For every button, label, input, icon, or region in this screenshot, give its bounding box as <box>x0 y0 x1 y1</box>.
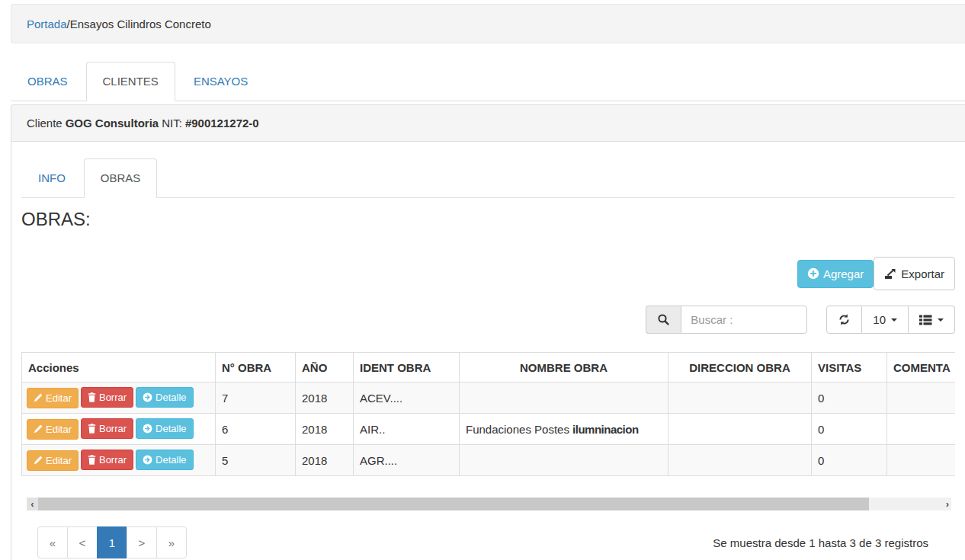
edit-button[interactable]: Editar <box>27 388 79 408</box>
breadcrumb-current: Ensayos Cilindros Concreto <box>70 18 211 30</box>
search-button[interactable] <box>646 306 681 334</box>
list-columns-icon <box>919 315 932 325</box>
export-button-label: Exportar <box>901 267 944 280</box>
cell-visitas: 0 <box>812 414 887 445</box>
chevron-down-icon <box>891 318 897 322</box>
cell-n-obra: 5 <box>216 445 296 476</box>
trash-icon <box>88 424 96 434</box>
export-button[interactable]: Exportar <box>874 257 955 290</box>
records-summary: Se muestra desde 1 hasta 3 de 3 registro… <box>713 536 928 549</box>
delete-button[interactable]: Borrar <box>81 450 133 470</box>
breadcrumb: Portada/Ensayos Cilindros Concreto <box>11 4 965 43</box>
delete-button-label: Borrar <box>99 454 127 466</box>
cell-ano: 2018 <box>296 445 354 476</box>
scrollbar-thumb[interactable] <box>38 498 869 510</box>
cell-direccion-obra <box>668 445 812 476</box>
subtab-info[interactable]: INFO <box>21 158 82 198</box>
circle-arrow-right-icon <box>143 392 152 402</box>
cell-nombre-obra: Fundaciones Postes ilumninacion <box>460 414 668 445</box>
add-button[interactable]: Agregar <box>797 260 874 288</box>
table-row: EditarBorrarDetalle 5 2018 AGR.... 0 <box>22 445 956 476</box>
pagination: « < 1 > » <box>37 526 187 558</box>
plus-circle-icon <box>807 267 819 280</box>
cell-comentarios <box>887 414 956 445</box>
client-prefix-label: Cliente <box>27 117 63 130</box>
cell-direccion-obra <box>668 414 812 445</box>
pagination-next-button[interactable]: > <box>127 526 157 558</box>
circle-arrow-right-icon <box>143 455 152 465</box>
magnifier-icon <box>657 313 670 326</box>
delete-button[interactable]: Borrar <box>81 387 133 408</box>
pencil-icon <box>34 456 43 465</box>
pagination-prev-button[interactable]: < <box>67 526 98 558</box>
toolbar-search: 10 <box>21 306 955 334</box>
cell-ano: 2018 <box>296 414 354 445</box>
pagination-last-button[interactable]: » <box>156 526 187 558</box>
horizontal-scrollbar[interactable]: ‹ › <box>27 498 951 510</box>
client-header: Cliente GOG Consultoria NIT: #900121272-… <box>11 105 965 142</box>
column-header-ident-obra: IDENT OBRA <box>354 353 460 382</box>
table-controls-group: 10 <box>826 306 955 334</box>
table-footer: « < 1 > » Se muestra desde 1 hasta 3 de … <box>37 526 955 558</box>
column-header-comentarios: COMENTA <box>887 353 956 382</box>
edit-button-label: Editar <box>46 392 72 404</box>
client-panel: Cliente GOG Consultoria NIT: #900121272-… <box>11 104 965 560</box>
export-icon <box>884 267 897 280</box>
detail-button[interactable]: Detalle <box>136 387 193 408</box>
cell-visitas: 0 <box>812 445 887 476</box>
tab-clientes[interactable]: CLIENTES <box>86 62 175 101</box>
detail-button[interactable]: Detalle <box>136 450 193 470</box>
refresh-icon <box>838 313 851 326</box>
columns-dropdown[interactable] <box>909 306 955 334</box>
cell-n-obra: 6 <box>216 414 296 445</box>
client-nit-label: NIT: <box>162 117 182 130</box>
column-header-ano: AÑO <box>296 353 354 382</box>
subtab-obras[interactable]: OBRAS <box>84 158 158 198</box>
cell-nombre-obra <box>460 382 668 414</box>
delete-button[interactable]: Borrar <box>81 418 133 439</box>
detail-button-label: Detalle <box>155 392 186 403</box>
obras-table: Acciones N° OBRA AÑO IDENT OBRA NOMBRE O… <box>21 352 955 476</box>
edit-button[interactable]: Editar <box>27 450 79 471</box>
cell-ident-obra: AIR.. <box>354 414 460 445</box>
edit-button-label: Editar <box>46 424 72 435</box>
column-header-direccion-obra: DIRECCION OBRA <box>668 353 812 382</box>
sub-tabs: INFO OBRAS <box>21 158 955 198</box>
pencil-icon <box>34 393 43 402</box>
delete-button-label: Borrar <box>99 392 127 403</box>
edit-button-label: Editar <box>46 455 72 466</box>
cell-n-obra: 7 <box>216 382 296 414</box>
detail-button[interactable]: Detalle <box>136 418 193 439</box>
client-name: GOG Consultoria <box>66 117 159 130</box>
scroll-right-arrow-icon[interactable]: › <box>946 498 949 510</box>
column-header-nombre-obra: NOMBRE OBRA <box>460 353 668 382</box>
search-group <box>646 306 807 334</box>
add-button-label: Agregar <box>823 267 864 280</box>
trash-icon <box>88 455 96 465</box>
obras-table-container: Acciones N° OBRA AÑO IDENT OBRA NOMBRE O… <box>21 352 955 476</box>
cell-ident-obra: ACEV.... <box>354 382 460 414</box>
tab-obras[interactable]: OBRAS <box>11 62 85 101</box>
cell-visitas: 0 <box>812 382 887 414</box>
pagination-page-1-button[interactable]: 1 <box>97 526 127 558</box>
pagination-first-button[interactable]: « <box>37 526 68 558</box>
circle-arrow-right-icon <box>143 424 152 434</box>
column-header-n-obra: N° OBRA <box>216 353 296 382</box>
delete-button-label: Borrar <box>99 423 127 434</box>
pencil-icon <box>34 424 43 434</box>
column-header-visitas: VISITAS <box>812 353 887 382</box>
table-row: EditarBorrarDetalle 6 2018 AIR.. Fundaci… <box>22 414 956 445</box>
cell-ano: 2018 <box>296 382 354 414</box>
table-header-row: Acciones N° OBRA AÑO IDENT OBRA NOMBRE O… <box>22 353 956 382</box>
table-row: EditarBorrarDetalle 7 2018 ACEV.... 0 <box>22 382 956 414</box>
scroll-left-arrow-icon[interactable]: ‹ <box>27 498 38 510</box>
toolbar-actions: Agregar Exportar <box>21 257 955 290</box>
breadcrumb-home-link[interactable]: Portada <box>27 18 67 30</box>
page-size-dropdown[interactable]: 10 <box>862 306 909 334</box>
page-size-value: 10 <box>873 313 886 326</box>
refresh-button[interactable] <box>826 306 862 334</box>
tab-ensayos[interactable]: ENSAYOS <box>177 62 264 101</box>
cell-ident-obra: AGR.... <box>354 445 460 476</box>
edit-button[interactable]: Editar <box>27 419 79 440</box>
search-input[interactable] <box>681 306 807 334</box>
